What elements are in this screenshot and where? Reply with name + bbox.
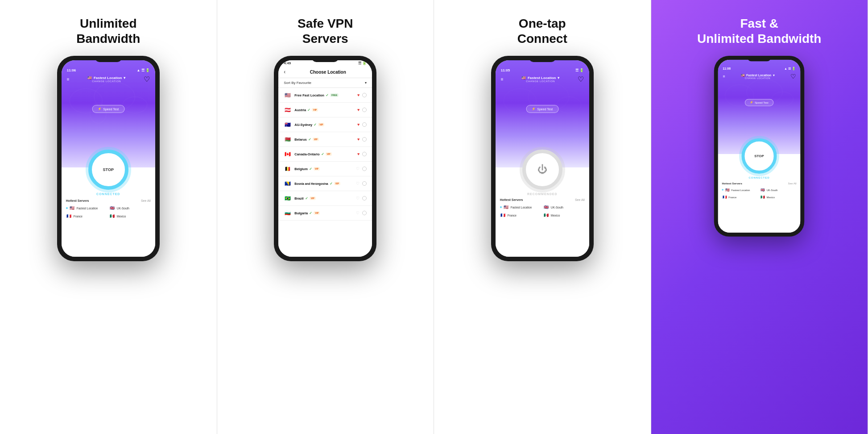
see-all-1[interactable]: See All: [141, 199, 151, 202]
server-item[interactable]: 🇲🇽 Mexico: [109, 213, 151, 219]
heart-empty-icon[interactable]: ♡: [356, 211, 360, 215]
list-item[interactable]: 🇦🇹 Austria ✓ VIP ♥: [278, 103, 372, 117]
list-item[interactable]: 🇧🇬 Bulgaria ✓ VIP ♡: [278, 206, 372, 221]
vpn-header-3: 11:05 ☰ 🔋 ≡ 🇺🇸 Fastest Location ▾ CHANGE…: [496, 60, 589, 167]
heart-filled-icon[interactable]: ♥: [357, 108, 360, 112]
server-item[interactable]: 🇫🇷 France: [66, 213, 107, 219]
server-flag-fr-3: 🇫🇷: [500, 212, 506, 218]
server-name-fastest: Fastest Location: [77, 207, 98, 210]
server-name-uksouth-3: UK-South: [551, 206, 563, 209]
list-item[interactable]: 🇧🇷 Brazil ✓ VIP ♡: [278, 191, 372, 206]
vpn-disconnected-screen: 11:05 ☰ 🔋 ≡ 🇺🇸 Fastest Location ▾ CHANGE…: [496, 60, 589, 257]
server-flag-us-3: 🇺🇸: [503, 204, 509, 210]
server-grid-4: 🇺🇸 Fastest Location 🇬🇧 UK-South 🇫🇷 Franc…: [722, 187, 797, 200]
list-item[interactable]: 🇧🇾 Belarus ✓ VIP ♥: [278, 132, 372, 147]
list-item[interactable]: 🇨🇦 Canada-Ontario ✓ VIP ♥: [278, 147, 372, 162]
heart-empty-icon[interactable]: ♡: [356, 181, 360, 186]
server-flag-gb-4: 🇬🇧: [760, 187, 765, 192]
see-all-3[interactable]: See All: [575, 198, 585, 201]
hottest-title-1: Hottest Servers: [66, 199, 89, 202]
check-icon: ✓: [330, 182, 333, 186]
connect-ring-3[interactable]: ⏻: [522, 150, 562, 190]
list-item[interactable]: 🇧🇪 Belgium ✓ VIP ♡: [278, 162, 372, 176]
server-flag-fr-4: 🇫🇷: [722, 194, 727, 200]
vpn-connected-screen: 11:06 ▲ ☰ 🔋 ≡ 🇺🇸 Fastest Location ▾ CHAN…: [62, 60, 155, 257]
dot-4: [722, 189, 724, 191]
connect-ring-1[interactable]: STOP: [88, 150, 128, 190]
heart-filled-icon[interactable]: ♥: [357, 122, 360, 127]
back-arrow-icon[interactable]: ‹: [284, 69, 285, 75]
radio-btn[interactable]: [362, 122, 367, 127]
server-name-france-4: France: [729, 196, 737, 198]
server-item[interactable]: 🇺🇸 Fastest Location: [722, 187, 759, 192]
list-item[interactable]: 🇦🇺 AU-Sydney ✓ VIP ♥: [278, 117, 372, 132]
loc-name-text: Brazil ✓ VIP: [294, 196, 353, 200]
server-item[interactable]: 🇫🇷 France: [500, 212, 541, 218]
heart-empty-icon[interactable]: ♡: [356, 167, 360, 171]
server-flag-us: 🇺🇸: [69, 205, 75, 211]
connect-area-4[interactable]: STOP: [742, 138, 777, 174]
speed-test-btn-1[interactable]: ⚡ Speed Test: [92, 105, 124, 113]
radio-btn[interactable]: [362, 167, 367, 171]
server-flag-gb-3: 🇬🇧: [543, 204, 550, 210]
server-item[interactable]: 🇺🇸 Fastest Location: [500, 204, 541, 210]
server-grid-3: 🇺🇸 Fastest Location 🇬🇧 UK-South 🇫🇷 Franc…: [500, 204, 585, 218]
sort-label: Sort By Favourite: [284, 81, 311, 85]
notch-4: [748, 56, 771, 61]
flag-ba: 🇧🇦: [284, 179, 292, 188]
loc-name-text: Canada-Ontario ✓ VIP: [294, 152, 355, 156]
loc-name-area: Canada-Ontario ✓ VIP: [294, 152, 355, 156]
heart-empty-icon[interactable]: ♡: [356, 196, 360, 200]
speed-test-btn-3[interactable]: ⚡ Speed Test: [526, 105, 558, 113]
connect-ring-4[interactable]: STOP: [742, 138, 777, 174]
panel-unlimited-bandwidth: UnlimitedBandwidth 11:06 ▲ ☰ 🔋 ≡ 🇺🇸: [0, 0, 217, 434]
loc-icons: ☰ 🔋: [358, 61, 367, 65]
radio-btn[interactable]: [362, 211, 367, 215]
panel-2-title: Safe VPNServers: [298, 16, 353, 46]
see-all-4[interactable]: See All: [788, 182, 797, 185]
server-item[interactable]: 🇲🇽 Mexico: [543, 212, 585, 218]
server-name-fastest-4: Fastest Location: [732, 188, 750, 191]
server-item[interactable]: 🇬🇧 UK-South: [543, 204, 585, 210]
heart-filled-icon[interactable]: ♥: [357, 93, 360, 97]
loc-actions: ♡: [356, 211, 367, 215]
heart-filled-icon[interactable]: ♥: [357, 137, 360, 142]
location-list-screen: 4:49 ☰ 🔋 ‹ Choose Location Sort By Favou…: [278, 60, 372, 257]
connect-area-1[interactable]: STOP: [88, 150, 128, 190]
stop-label-1: STOP: [103, 167, 114, 172]
speed-test-btn-4[interactable]: ⚡ Speed Test: [745, 99, 773, 106]
svg-point-6: [557, 97, 581, 113]
sort-bar[interactable]: Sort By Favourite ▾: [278, 78, 372, 88]
panel-4-title: Fast &Unlimited Bandwidth: [697, 16, 821, 46]
radio-btn[interactable]: [362, 108, 367, 112]
vip-badge: VIP: [314, 211, 320, 215]
loc-name-area: Belgium ✓ VIP: [294, 167, 353, 171]
server-item[interactable]: 🇲🇽 Mexico: [760, 194, 797, 200]
vip-badge: VIP: [312, 108, 318, 112]
server-item[interactable]: 🇫🇷 France: [722, 194, 759, 200]
list-item[interactable]: 🇺🇸 Free Fast Location ✓ FREE ♥: [278, 88, 372, 103]
recommended-status-3: RECOMMENDED: [500, 192, 585, 196]
connect-area-3[interactable]: ⏻: [522, 150, 562, 190]
radio-btn[interactable]: [362, 137, 367, 142]
radio-btn[interactable]: [362, 196, 367, 200]
hottest-header-3: Hottest Servers See All: [500, 198, 585, 201]
vpn-header-1: 11:06 ▲ ☰ 🔋 ≡ 🇺🇸 Fastest Location ▾ CHAN…: [62, 60, 155, 167]
radio-btn[interactable]: [362, 93, 367, 97]
radio-btn[interactable]: [362, 152, 367, 156]
panel-one-tap: One-tapConnect 11:05 ☰ 🔋 ≡ 🇺🇸 Fastest L: [434, 0, 651, 434]
svg-point-2: [123, 97, 147, 113]
check-icon: ✓: [321, 152, 324, 156]
vip-badge: VIP: [334, 182, 340, 185]
speedtest-icon-3: ⚡: [532, 107, 536, 111]
list-item[interactable]: 🇧🇦 Bosnia and Herzegovina ✓ VIP ♡: [278, 176, 372, 191]
server-item[interactable]: 🇬🇧 UK-South: [760, 187, 797, 192]
server-item[interactable]: 🇬🇧 UK-South: [109, 205, 151, 211]
server-name-mexico: Mexico: [117, 215, 126, 218]
server-item[interactable]: 🇺🇸 Fastest Location: [66, 205, 107, 211]
server-flag-mx-3: 🇲🇽: [543, 212, 550, 218]
server-flag-gb: 🇬🇧: [109, 205, 116, 211]
check-icon: ✓: [309, 167, 312, 171]
radio-btn[interactable]: [362, 181, 367, 186]
heart-filled-icon[interactable]: ♥: [357, 152, 360, 156]
